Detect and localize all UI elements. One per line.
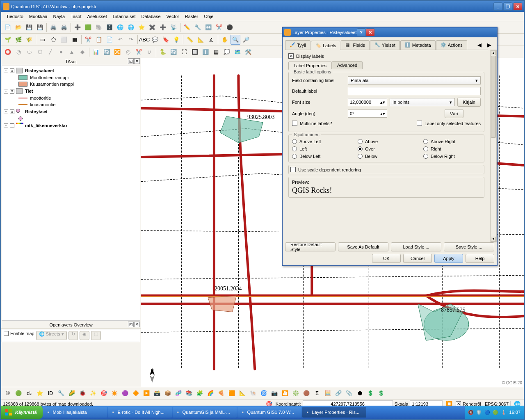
table-icon[interactable]: ▤ bbox=[211, 47, 221, 57]
plugin-icon[interactable]: Σ bbox=[312, 388, 322, 398]
clock[interactable]: 16:07 bbox=[509, 410, 520, 415]
tab-tyyli[interactable]: 🖌️Tyyli bbox=[285, 40, 310, 50]
menu-tiedosto[interactable]: Tiedosto bbox=[4, 13, 26, 20]
dialog-help-button[interactable]: ? bbox=[357, 28, 366, 37]
plugin-icon[interactable]: 📎 bbox=[344, 388, 354, 398]
radio-icon[interactable] bbox=[423, 154, 428, 159]
measure-line-icon[interactable]: 📏 bbox=[185, 35, 195, 45]
save-style-button[interactable]: Save Style ... bbox=[444, 242, 494, 251]
plugin-icon[interactable]: 🐚 bbox=[248, 388, 258, 398]
select-poly-icon[interactable]: ⬠ bbox=[48, 35, 58, 45]
select-all-icon[interactable]: ▦ bbox=[70, 35, 80, 45]
menu-liitännäiset[interactable]: Liitännäiset bbox=[110, 13, 138, 20]
edit-toggle-icon[interactable]: ✏️ bbox=[182, 23, 192, 32]
tray-icon[interactable]: 🔇 bbox=[468, 410, 474, 415]
tips-icon[interactable]: 💡 bbox=[171, 35, 181, 45]
start-button[interactable]: Käynnistä bbox=[1, 406, 43, 419]
add-layer-icon[interactable]: ➕ bbox=[158, 23, 168, 32]
plugin-icon[interactable]: 🔧 bbox=[56, 388, 66, 398]
menu-vector[interactable]: Vector bbox=[164, 13, 182, 20]
radio-icon[interactable] bbox=[358, 154, 363, 159]
plugin-icon[interactable]: ❇️ bbox=[291, 388, 301, 398]
plugin-icon[interactable]: 🟤 bbox=[301, 388, 311, 398]
new-project-icon[interactable]: 📄 bbox=[3, 23, 13, 32]
tray-icon[interactable]: 🟢 bbox=[493, 410, 498, 415]
color-button[interactable]: Väri bbox=[445, 109, 463, 118]
measure-angle-icon[interactable]: ∡ bbox=[206, 35, 216, 45]
placement-left[interactable]: Left bbox=[292, 146, 349, 151]
annotation-icon[interactable]: 💬 bbox=[150, 35, 160, 45]
label-tool-icon[interactable]: ABC bbox=[139, 35, 149, 45]
tab-prev-button[interactable]: ◀ bbox=[475, 40, 484, 50]
redo-icon[interactable]: ↷ bbox=[126, 35, 136, 45]
add-postgis-icon[interactable]: 🐘 bbox=[94, 23, 104, 32]
overview-detach-button[interactable]: ◱ bbox=[128, 322, 134, 327]
visibility-checkbox[interactable]: x bbox=[10, 110, 14, 114]
grass-tools-icon[interactable]: 🌱 bbox=[3, 35, 13, 45]
dock-detach-button[interactable]: ◱ bbox=[128, 58, 134, 64]
expand-icon[interactable]: + bbox=[4, 110, 8, 114]
dock-close-button[interactable]: ✕ bbox=[134, 58, 140, 64]
split-icon[interactable]: ✂️ bbox=[214, 23, 224, 32]
paste-icon[interactable]: 📄 bbox=[105, 35, 114, 45]
maximize-button[interactable]: ❐ bbox=[503, 2, 512, 11]
add-spatialite-icon[interactable]: 🗄️ bbox=[105, 23, 114, 32]
plugin-icon[interactable]: ✴️ bbox=[110, 388, 119, 398]
plugin-icon[interactable]: 🧩 bbox=[195, 388, 205, 398]
pan-icon[interactable]: ✋ bbox=[220, 35, 230, 45]
zoom-layer-icon[interactable]: 🔲 bbox=[190, 47, 200, 57]
osm-icon[interactable]: 🗺️ bbox=[233, 47, 242, 57]
taskbar-item[interactable]: ▫️Quantum GIS1.7.0-W... bbox=[237, 407, 301, 418]
radio-icon[interactable] bbox=[358, 139, 363, 144]
overview-btn3[interactable]: ⬚ bbox=[91, 331, 101, 340]
plugin-icon[interactable]: 🗃️ bbox=[152, 388, 162, 398]
zoom-in-icon[interactable]: 🔍 bbox=[231, 35, 240, 45]
scale-dependent-checkbox[interactable] bbox=[290, 167, 296, 172]
placement-below-right[interactable]: Below Right bbox=[423, 154, 481, 159]
plugin-icon[interactable]: ✨ bbox=[88, 388, 98, 398]
visibility-checkbox[interactable] bbox=[10, 123, 14, 128]
map-tips-icon[interactable]: 💭 bbox=[222, 47, 232, 57]
node-tool-icon[interactable]: 🔧 bbox=[193, 23, 203, 32]
load-style-button[interactable]: Load Style ... bbox=[391, 242, 441, 251]
placement-below[interactable]: Below bbox=[358, 154, 415, 159]
font-size-spinner[interactable]: 12,000000▴▾ bbox=[348, 98, 387, 106]
draw-circle-icon[interactable]: ⭕ bbox=[3, 47, 13, 57]
plugin-icon[interactable]: 🔶 bbox=[131, 388, 141, 398]
close-button[interactable]: ✕ bbox=[513, 2, 522, 11]
grass-region-icon[interactable]: 🌿 bbox=[14, 35, 23, 45]
taskbar-item[interactable]: ▫️E-rotic - Do It All Nigh... bbox=[108, 407, 172, 418]
tab-next-button[interactable]: ▶ bbox=[484, 40, 494, 50]
draw-poly-icon[interactable]: ⬡ bbox=[35, 47, 45, 57]
apply-button[interactable]: Apply bbox=[434, 254, 463, 263]
overview-close-button[interactable]: ✕ bbox=[134, 322, 140, 327]
print-icon[interactable]: 🖨️ bbox=[59, 23, 69, 32]
refresh-icon[interactable]: 🔄 bbox=[169, 47, 178, 57]
zoom-out-icon[interactable]: 🔎 bbox=[241, 35, 251, 45]
expand-icon[interactable]: - bbox=[4, 68, 8, 73]
plugin-icon[interactable]: 💲 bbox=[376, 388, 386, 398]
plugin-icon[interactable]: 🎦 bbox=[280, 388, 290, 398]
radio-icon[interactable] bbox=[423, 139, 428, 144]
measure-area-icon[interactable]: 📐 bbox=[196, 35, 205, 45]
scrollbar-thumb[interactable] bbox=[491, 56, 496, 138]
placement-above-right[interactable]: Above Right bbox=[423, 139, 481, 144]
display-labels-checkbox[interactable]: ✕ bbox=[288, 53, 294, 59]
subtab-advanced[interactable]: Advanced bbox=[332, 61, 363, 69]
plugin-icon[interactable]: 🍕 bbox=[216, 388, 226, 398]
multiline-checkbox[interactable] bbox=[292, 121, 297, 126]
placement-above-left[interactable]: Above Left bbox=[292, 139, 349, 144]
visibility-checkbox[interactable]: x bbox=[10, 89, 14, 94]
gdal-icon[interactable]: 🛠️ bbox=[243, 47, 253, 57]
placement-right[interactable]: Right bbox=[423, 146, 481, 151]
expand-icon[interactable]: - bbox=[4, 89, 8, 94]
save-as-icon[interactable]: 💾 bbox=[35, 23, 45, 32]
font-button[interactable]: Kirjain bbox=[457, 98, 481, 107]
zoom-full-icon[interactable]: ⛶ bbox=[179, 47, 189, 57]
placement-above[interactable]: Above bbox=[358, 139, 415, 144]
plugin-icon[interactable]: 🟧 bbox=[227, 388, 237, 398]
plugin-icon[interactable]: 🌈 bbox=[205, 388, 215, 398]
add-raster-icon[interactable]: 🟩 bbox=[83, 23, 93, 32]
undo-icon[interactable]: ↶ bbox=[115, 35, 125, 45]
font-units-select[interactable]: In points▾ bbox=[390, 98, 455, 106]
